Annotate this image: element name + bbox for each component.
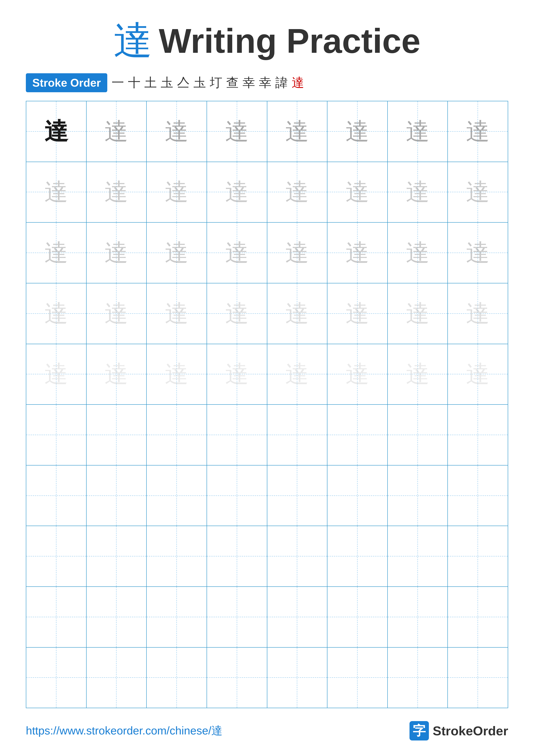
stroke-step-9: 幸 xyxy=(242,74,255,91)
grid-cell-5-7[interactable]: 達 xyxy=(388,344,448,405)
grid-cell-1-2[interactable]: 達 xyxy=(87,101,147,162)
cell-char: 達 xyxy=(285,241,309,265)
grid-cell-6-1[interactable] xyxy=(26,405,87,465)
grid-cell-8-4[interactable] xyxy=(207,526,267,586)
grid-cell-9-1[interactable] xyxy=(26,587,87,647)
grid-cell-9-6[interactable] xyxy=(327,587,388,647)
grid-cell-1-4[interactable]: 達 xyxy=(207,101,267,162)
grid-cell-4-3[interactable]: 達 xyxy=(147,284,207,344)
grid-cell-2-8[interactable]: 達 xyxy=(448,162,508,222)
grid-cell-1-6[interactable]: 達 xyxy=(327,101,388,162)
grid-cell-5-2[interactable]: 達 xyxy=(87,344,147,405)
grid-cell-2-6[interactable]: 達 xyxy=(327,162,388,222)
grid-cell-4-5[interactable]: 達 xyxy=(267,284,328,344)
grid-cell-2-2[interactable]: 達 xyxy=(87,162,147,222)
grid-cell-1-8[interactable]: 達 xyxy=(448,101,508,162)
grid-cell-8-7[interactable] xyxy=(388,526,448,586)
grid-cell-5-5[interactable]: 達 xyxy=(267,344,328,405)
cell-char: 達 xyxy=(165,180,189,204)
grid-cell-3-7[interactable]: 達 xyxy=(388,223,448,283)
grid-cell-6-6[interactable] xyxy=(327,405,388,465)
grid-cell-6-5[interactable] xyxy=(267,405,328,465)
grid-row-5: 達 達 達 達 達 達 達 達 xyxy=(26,344,508,405)
grid-cell-1-1[interactable]: 達 xyxy=(26,101,87,162)
stroke-step-2: 十 xyxy=(128,74,140,91)
grid-cell-3-5[interactable]: 達 xyxy=(267,223,328,283)
grid-cell-5-1[interactable]: 達 xyxy=(26,344,87,405)
grid-cell-4-7[interactable]: 達 xyxy=(388,284,448,344)
grid-cell-10-2[interactable] xyxy=(87,648,147,708)
grid-cell-3-3[interactable]: 達 xyxy=(147,223,207,283)
cell-char: 達 xyxy=(466,180,490,204)
grid-cell-9-7[interactable] xyxy=(388,587,448,647)
grid-cell-9-8[interactable] xyxy=(448,587,508,647)
grid-cell-6-3[interactable] xyxy=(147,405,207,465)
grid-cell-7-5[interactable] xyxy=(267,466,328,526)
cell-char: 達 xyxy=(345,362,369,386)
grid-cell-2-1[interactable]: 達 xyxy=(26,162,87,222)
grid-cell-6-4[interactable] xyxy=(207,405,267,465)
grid-cell-7-8[interactable] xyxy=(448,466,508,526)
grid-cell-5-3[interactable]: 達 xyxy=(147,344,207,405)
grid-cell-9-2[interactable] xyxy=(87,587,147,647)
grid-cell-2-4[interactable]: 達 xyxy=(207,162,267,222)
cell-char: 達 xyxy=(105,241,128,265)
grid-cell-2-5[interactable]: 達 xyxy=(267,162,328,222)
cell-char: 達 xyxy=(285,180,309,204)
stroke-step-1: 一 xyxy=(112,74,124,91)
grid-cell-8-1[interactable] xyxy=(26,526,87,586)
grid-cell-10-5[interactable] xyxy=(267,648,328,708)
grid-cell-4-4[interactable]: 達 xyxy=(207,284,267,344)
grid-cell-4-8[interactable]: 達 xyxy=(448,284,508,344)
grid-cell-9-4[interactable] xyxy=(207,587,267,647)
grid-cell-5-8[interactable]: 達 xyxy=(448,344,508,405)
grid-cell-3-1[interactable]: 達 xyxy=(26,223,87,283)
grid-cell-3-6[interactable]: 達 xyxy=(327,223,388,283)
grid-cell-5-4[interactable]: 達 xyxy=(207,344,267,405)
grid-cell-3-2[interactable]: 達 xyxy=(87,223,147,283)
grid-cell-2-3[interactable]: 達 xyxy=(147,162,207,222)
cell-char: 達 xyxy=(105,302,128,325)
grid-cell-6-8[interactable] xyxy=(448,405,508,465)
grid-cell-8-2[interactable] xyxy=(87,526,147,586)
grid-cell-10-6[interactable] xyxy=(327,648,388,708)
grid-cell-7-2[interactable] xyxy=(87,466,147,526)
grid-cell-8-8[interactable] xyxy=(448,526,508,586)
grid-cell-3-4[interactable]: 達 xyxy=(207,223,267,283)
grid-cell-8-3[interactable] xyxy=(147,526,207,586)
grid-cell-3-8[interactable]: 達 xyxy=(448,223,508,283)
grid-cell-9-5[interactable] xyxy=(267,587,328,647)
grid-cell-9-3[interactable] xyxy=(147,587,207,647)
cell-char: 達 xyxy=(345,120,369,143)
stroke-step-5: 亼 xyxy=(177,74,190,91)
grid-cell-7-3[interactable] xyxy=(147,466,207,526)
grid-cell-7-1[interactable] xyxy=(26,466,87,526)
grid-cell-1-5[interactable]: 達 xyxy=(267,101,328,162)
grid-cell-4-1[interactable]: 達 xyxy=(26,284,87,344)
grid-cell-10-3[interactable] xyxy=(147,648,207,708)
grid-cell-6-7[interactable] xyxy=(388,405,448,465)
grid-cell-10-1[interactable] xyxy=(26,648,87,708)
grid-cell-10-8[interactable] xyxy=(448,648,508,708)
grid-cell-1-3[interactable]: 達 xyxy=(147,101,207,162)
grid-cell-10-4[interactable] xyxy=(207,648,267,708)
grid-cell-2-7[interactable]: 達 xyxy=(388,162,448,222)
grid-cell-10-7[interactable] xyxy=(388,648,448,708)
grid-cell-7-4[interactable] xyxy=(207,466,267,526)
grid-cell-8-6[interactable] xyxy=(327,526,388,586)
cell-char: 達 xyxy=(406,302,429,325)
grid-cell-1-7[interactable]: 達 xyxy=(388,101,448,162)
footer-url[interactable]: https://www.strokeorder.com/chinese/達 xyxy=(26,723,222,738)
grid-cell-8-5[interactable] xyxy=(267,526,328,586)
grid-cell-5-6[interactable]: 達 xyxy=(327,344,388,405)
grid-cell-4-2[interactable]: 達 xyxy=(87,284,147,344)
grid-cell-4-6[interactable]: 達 xyxy=(327,284,388,344)
footer: https://www.strokeorder.com/chinese/達 字 … xyxy=(26,721,508,741)
cell-char: 達 xyxy=(225,302,249,325)
cell-char: 達 xyxy=(285,302,309,325)
grid-row-6 xyxy=(26,405,508,466)
stroke-step-6: 圡 xyxy=(193,74,206,91)
grid-cell-7-6[interactable] xyxy=(327,466,388,526)
grid-cell-7-7[interactable] xyxy=(388,466,448,526)
grid-cell-6-2[interactable] xyxy=(87,405,147,465)
